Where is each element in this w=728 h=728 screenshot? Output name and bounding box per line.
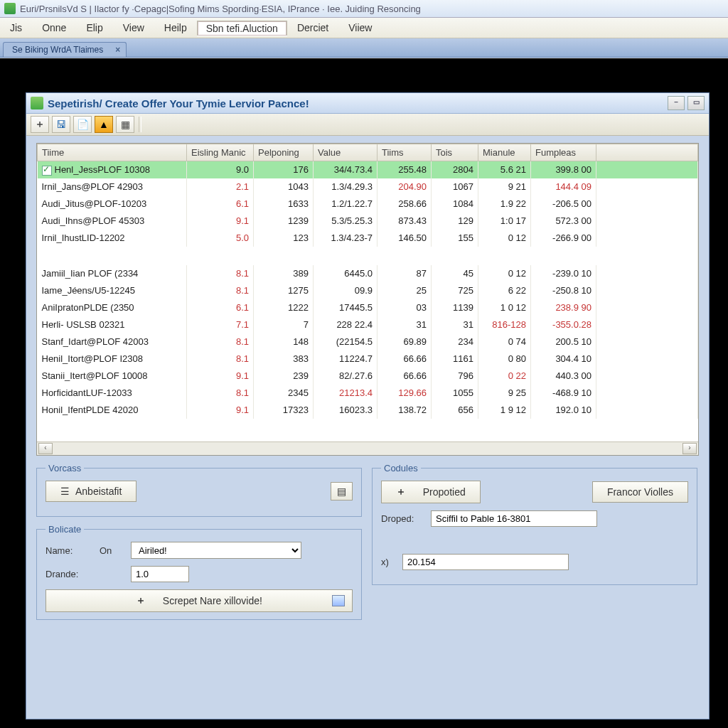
- table-row[interactable]: Audi_Jitus@PLOF-102036.116331.2/1.22.725…: [38, 196, 698, 213]
- column-header[interactable]: Value: [314, 144, 378, 161]
- table-row[interactable]: HorficidantLUF-120338.1234521213.4129.66…: [38, 385, 698, 402]
- drande-label: Drande:: [46, 569, 92, 579]
- table-row[interactable]: Irnil_IhustLID-122025.01231.3/4.23-7146.…: [38, 230, 698, 247]
- table-cell: 1084: [432, 196, 478, 213]
- x-input[interactable]: [402, 554, 569, 570]
- table-row[interactable]: Iame_Jéens/U5-122458.1127509.9257256 22-…: [38, 282, 698, 299]
- table-row[interactable]: Henl_JessPLOF 103089.017634/4.73.4255.48…: [38, 161, 698, 178]
- open-button[interactable]: 📄: [73, 116, 92, 133]
- document-tab[interactable]: Se Biking WrdA Tlaimes ×: [3, 42, 127, 57]
- droped-label: Droped:: [381, 513, 424, 524]
- menu-item[interactable]: Onne: [32, 22, 76, 33]
- table-cell: 383: [254, 350, 314, 368]
- maximize-button[interactable]: ▭: [687, 96, 705, 110]
- close-icon[interactable]: ×: [115, 45, 120, 55]
- menu-item-active[interactable]: Sbn tefi.Aluction: [197, 21, 287, 36]
- table-cell: 1633: [254, 196, 314, 213]
- table-cell: 656: [432, 402, 478, 419]
- column-header[interactable]: [596, 144, 698, 161]
- table-cell: 66.66: [378, 368, 432, 385]
- table-cell: 123: [254, 230, 314, 247]
- table-cell: 82/.27.6: [314, 368, 378, 385]
- properties-button[interactable]: ▦: [116, 116, 134, 133]
- column-header[interactable]: Fumpleas: [531, 144, 596, 161]
- table-cell: 258.66: [378, 196, 432, 213]
- child-window-title: Sepetirish/ Create Offer Your Tymie Lerv…: [48, 97, 309, 109]
- table-cell: 204.90: [378, 178, 432, 196]
- horizontal-scrollbar[interactable]: ‹ ›: [37, 441, 698, 455]
- table-cell: 0 22: [478, 368, 531, 385]
- table-row[interactable]: Honil_IfentPLDE 420209.11732316023.3138.…: [38, 402, 698, 419]
- table-cell: -250.8 10: [531, 282, 596, 299]
- table-row[interactable]: Herli- USLSB 023217.17228 22.43131816-12…: [38, 316, 698, 333]
- table-row[interactable]: AniIpratonPLDE (23506.1122217445.5031139…: [38, 299, 698, 316]
- column-header[interactable]: Tiime: [38, 144, 187, 161]
- add-button[interactable]: ＋: [31, 116, 49, 133]
- menu-item[interactable]: Viiew: [338, 22, 382, 33]
- table-cell: 9 21: [478, 178, 531, 196]
- scroll-left-button[interactable]: ‹: [38, 443, 53, 454]
- menubar: Jis Onne Elip View Heilp Sbn tefi.Alucti…: [0, 18, 728, 38]
- minimize-button[interactable]: –: [668, 96, 685, 110]
- droped-input[interactable]: [431, 510, 597, 527]
- table-cell: 0 80: [478, 350, 531, 368]
- script-button[interactable]: ＋ Screpet Nare xillovide!: [46, 589, 353, 612]
- table-cell: HorficidantLUF-12033: [38, 385, 187, 402]
- table-cell: -355.0.28: [531, 316, 596, 333]
- table-cell: Audi_Ihns@PLOF 45303: [38, 213, 187, 230]
- table-cell: Henil_Itort@PLOF I2308: [38, 350, 187, 368]
- table-cell: 228 22.4: [314, 316, 378, 333]
- aux-button[interactable]: ▤: [331, 482, 353, 500]
- table-cell: 6445.0: [314, 265, 378, 282]
- app-icon: [4, 3, 16, 14]
- table-cell: 8.1: [187, 333, 254, 350]
- table-cell: 1067: [432, 178, 478, 196]
- propotied-button[interactable]: ＋ Propotied: [381, 481, 481, 503]
- table-row[interactable]: Stanii_Itert@PLOF 100089.123982/.27.666.…: [38, 368, 698, 385]
- table-cell: 1139: [432, 299, 478, 316]
- column-header[interactable]: Pelponing: [254, 144, 314, 161]
- table-cell: 69.89: [378, 333, 432, 350]
- table-row[interactable]: Stanf_Idart@PLOF 420038.1148(22154.569.8…: [38, 333, 698, 350]
- vorcass-group: Vorcass ☰ Anbeistafit ▤: [36, 463, 362, 517]
- menu-item[interactable]: Heilp: [154, 22, 197, 33]
- column-header[interactable]: Mianule: [478, 144, 531, 161]
- table-row[interactable]: Irnil_Jans@PLOF 429032.110431.3/4.29.320…: [38, 178, 698, 196]
- table-cell: 1.3/4.23-7: [314, 230, 378, 247]
- scroll-right-button[interactable]: ›: [682, 443, 697, 454]
- table-cell: 144.4 09: [531, 178, 596, 196]
- column-header[interactable]: Tois: [432, 144, 478, 161]
- menu-item[interactable]: Elip: [76, 22, 112, 33]
- warning-button[interactable]: ▲: [95, 116, 113, 133]
- table-cell: 129: [432, 213, 478, 230]
- francor-violles-button[interactable]: Francor Violles: [592, 481, 688, 503]
- table-cell: 5.6 21: [478, 161, 531, 178]
- table-cell: 816-128: [478, 316, 531, 333]
- table-cell: 8.1: [187, 350, 254, 368]
- data-grid[interactable]: TiimeEisling ManicPelponingValueTiimsToi…: [36, 143, 699, 456]
- table-row[interactable]: [38, 247, 698, 265]
- table-cell: 399.8 00: [531, 161, 596, 178]
- drande-input[interactable]: [131, 566, 189, 582]
- table-cell: 2.1: [187, 178, 254, 196]
- name-select[interactable]: Airiled!: [131, 542, 301, 559]
- column-header[interactable]: Eisling Manic: [187, 144, 254, 161]
- table-row[interactable]: Henil_Itort@PLOF I23088.138311224.766.66…: [38, 350, 698, 368]
- table-cell: 7: [254, 316, 314, 333]
- column-header[interactable]: Tiims: [378, 144, 432, 161]
- menu-item[interactable]: View: [113, 22, 154, 33]
- table-row[interactable]: Jamiil_Iian PLOF (23348.13896445.087450 …: [38, 265, 698, 282]
- menu-item[interactable]: Jis: [0, 22, 32, 33]
- table-cell: 2804: [432, 161, 478, 178]
- table-row[interactable]: Audi_Ihns@PLOF 453039.112395.3/5.25.3873…: [38, 213, 698, 230]
- checkbox-icon[interactable]: [42, 166, 52, 176]
- table-cell: 146.50: [378, 230, 432, 247]
- window-icon: [31, 97, 43, 109]
- table-cell: 155: [432, 230, 478, 247]
- menu-item[interactable]: Derciet: [287, 22, 338, 33]
- save-button[interactable]: 🖫: [52, 116, 70, 133]
- table-cell: 21213.4: [314, 385, 378, 402]
- anbeistafit-button[interactable]: ☰ Anbeistafit: [46, 481, 136, 502]
- table-cell: 6.1: [187, 196, 254, 213]
- table-cell: Henl_JessPLOF 10308: [38, 161, 187, 178]
